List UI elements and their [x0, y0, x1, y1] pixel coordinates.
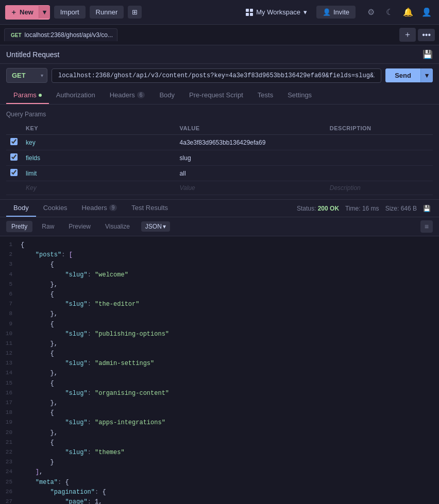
resp-tab-cookies[interactable]: Cookies	[36, 200, 75, 217]
tab-settings[interactable]: Settings	[280, 87, 319, 104]
tab-headers-label: Headers	[110, 91, 135, 99]
theme-icon-button[interactable]: ☾	[382, 5, 397, 20]
param-limit-value: all	[180, 170, 186, 177]
response-meta: Status: 200 OK Time: 16 ms Size: 646 B 💾	[295, 205, 433, 212]
line-9: 9 {	[0, 320, 439, 329]
send-button-label: Send	[385, 68, 420, 82]
format-visualize[interactable]: Visualize	[100, 221, 135, 232]
new-tab-button[interactable]: ＋	[399, 28, 416, 42]
resp-tab-test-results[interactable]: Test Results	[124, 200, 175, 217]
url-input[interactable]	[52, 68, 381, 83]
tab-tests[interactable]: Tests	[250, 87, 280, 104]
invite-button[interactable]: 👤 Invite	[316, 6, 356, 19]
send-dropdown-arrow[interactable]: ▾	[420, 68, 433, 82]
save-response-icon[interactable]: 💾	[423, 205, 431, 212]
tab-prerequest-label: Pre-request Script	[189, 91, 243, 99]
size-label: Size: 646 B	[385, 205, 417, 212]
param-fields-name: fields	[26, 154, 40, 162]
tab-body-label: Body	[159, 91, 175, 99]
request-title: Untitled Request	[6, 50, 60, 59]
line-8: 8 },	[0, 309, 439, 319]
line-17: 17 },	[0, 398, 439, 408]
language-selector[interactable]: JSON ▾	[141, 221, 170, 232]
avatar-button[interactable]: 👤	[419, 5, 434, 20]
workspace-icon-button[interactable]: ⊞	[128, 6, 142, 19]
param-key-value: 4a3e3f83d9653bb136429efa69	[180, 139, 266, 146]
code-viewer: 1 { 2 "posts": [ 3 { 4 "slug": "welcome"…	[0, 236, 439, 504]
tab-params[interactable]: Params	[6, 87, 49, 104]
request-title-bar: Untitled Request 💾	[0, 45, 439, 64]
param-fields-checkbox[interactable]	[10, 153, 18, 161]
resp-tab-body[interactable]: Body	[6, 200, 36, 217]
line-22: 22 "slug": "themes"	[0, 448, 439, 458]
line-10: 10 "slug": "publishing-options"	[0, 329, 439, 339]
settings-icon-button[interactable]: ⚙	[364, 5, 378, 20]
workspace-grid-icon	[246, 9, 253, 16]
param-limit-checkbox[interactable]	[10, 169, 18, 176]
new-button[interactable]: ＋ New ▾	[5, 5, 50, 20]
param-key-checkbox[interactable]	[10, 138, 18, 145]
workspace-selector[interactable]: My Workspace ▾	[241, 6, 312, 19]
col-header-description: DESCRIPTION	[326, 122, 433, 135]
line-16: 16 "slug": "organising-content"	[0, 389, 439, 398]
method-select[interactable]: GET POST PUT DELETE PATCH	[6, 68, 47, 83]
resp-tab-cookies-label: Cookies	[43, 204, 67, 212]
tab-authorization[interactable]: Authorization	[49, 87, 103, 104]
line-19: 19 "slug": "apps-integrations"	[0, 418, 439, 428]
tab-headers[interactable]: Headers 6	[103, 87, 153, 104]
url-bar: GET POST PUT DELETE PATCH ▾ Send ▾	[0, 64, 439, 87]
line-2: 2 "posts": [	[0, 250, 439, 260]
new-button-main[interactable]: ＋ New	[5, 5, 39, 20]
line-21: 21 {	[0, 438, 439, 448]
save-icon[interactable]: 💾	[423, 49, 433, 59]
line-6: 6 {	[0, 290, 439, 300]
param-placeholder-desc: Description	[330, 184, 361, 192]
format-preview[interactable]: Preview	[63, 221, 96, 232]
params-section: Query Params KEY VALUE DESCRIPTION key 4…	[0, 105, 439, 199]
resp-headers-badge: 9	[109, 204, 117, 211]
workspace-label: My Workspace	[256, 8, 300, 16]
tab-prerequest[interactable]: Pre-request Script	[182, 87, 250, 104]
more-tabs-button[interactable]: •••	[418, 29, 435, 41]
status-label: Status: 200 OK	[297, 205, 339, 212]
col-header-key: KEY	[22, 122, 176, 135]
plus-icon: ＋	[10, 8, 17, 17]
resp-tab-body-label: Body	[13, 204, 29, 212]
send-button[interactable]: Send ▾	[385, 68, 433, 82]
notification-icon-button[interactable]: 🔔	[401, 5, 415, 20]
tab-body[interactable]: Body	[152, 87, 182, 104]
resp-tab-test-results-label: Test Results	[131, 204, 168, 212]
line-14: 14 },	[0, 369, 439, 378]
headers-badge: 6	[137, 92, 145, 98]
line-26: 26 "pagination": {	[0, 488, 439, 497]
param-row-key: key 4a3e3f83d9653bb136429efa69	[6, 135, 433, 150]
line-13: 13 "slug": "admin-settings"	[0, 359, 439, 369]
response-body-bar: Pretty Raw Preview Visualize JSON ▾ ≡	[0, 217, 439, 236]
param-key-name: key	[26, 139, 36, 146]
new-label: New	[20, 8, 33, 16]
params-active-dot	[39, 94, 42, 97]
line-7: 7 "slug": "the-editor"	[0, 300, 439, 309]
line-23: 23 }	[0, 458, 439, 467]
param-row-placeholder: Key Value Description	[6, 181, 433, 195]
import-button[interactable]: Import	[54, 6, 86, 19]
query-params-label: Query Params	[6, 109, 433, 122]
line-24: 24 ],	[0, 467, 439, 477]
line-25: 25 "meta": {	[0, 478, 439, 488]
runner-button[interactable]: Runner	[90, 6, 124, 19]
line-15: 15 {	[0, 379, 439, 389]
invite-label: Invite	[333, 8, 349, 16]
request-tab-item[interactable]: GET localhost:2368/ghost/api/v3/co...	[4, 28, 117, 41]
resp-tab-headers[interactable]: Headers 9	[75, 200, 125, 217]
response-area: Body Cookies Headers 9 Test Results Stat…	[0, 200, 439, 504]
param-row-fields: fields slug	[6, 150, 433, 166]
response-tabs-bar: Body Cookies Headers 9 Test Results Stat…	[0, 200, 439, 217]
line-20: 20 },	[0, 428, 439, 438]
param-placeholder-value: Value	[180, 184, 195, 192]
time-value: 16 ms	[362, 205, 379, 212]
format-pretty[interactable]: Pretty	[6, 221, 32, 232]
param-limit-name: limit	[26, 170, 37, 177]
wrap-button[interactable]: ≡	[420, 220, 433, 233]
format-raw[interactable]: Raw	[37, 221, 59, 232]
new-dropdown-arrow[interactable]: ▾	[39, 6, 50, 19]
